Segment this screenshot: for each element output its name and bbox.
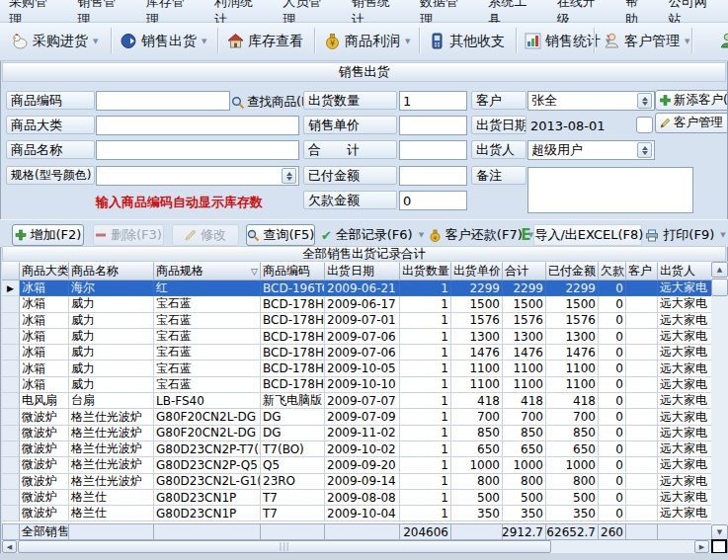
product-code-label: 商品编码: [6, 91, 95, 110]
print-button[interactable]: 打印(F9) ▼: [646, 224, 725, 246]
menu-item-online-upgrade[interactable]: 在线升级: [548, 0, 616, 22]
column-header[interactable]: 合计: [503, 262, 546, 280]
grid-cell: 海尔: [69, 280, 154, 296]
menu-item-help[interactable]: 帮助: [616, 0, 660, 22]
column-header[interactable]: 出货人: [658, 262, 712, 280]
category-label: 商品大类: [6, 116, 95, 134]
menu-item-sales-statistics[interactable]: 销售统计: [343, 0, 411, 22]
vertical-scrollbar[interactable]: ▲ ▼: [711, 262, 728, 540]
debt-input[interactable]: [399, 191, 467, 210]
paid-input[interactable]: [399, 166, 467, 186]
chevron-down-icon[interactable]: ▼: [405, 38, 410, 45]
table-row[interactable]: 微波炉格兰仕光波炉G80D23CN2L-G1(RO)23RO2009-09-14…: [2, 474, 712, 490]
category-input[interactable]: [96, 116, 299, 135]
horizontal-scrollbar[interactable]: ◀ ||| ▶: [2, 540, 710, 553]
table-row[interactable]: 冰箱威力宝石蓝BCD-178H*2009-07-0111576157615760…: [2, 313, 712, 329]
scroll-right-button[interactable]: ▶: [694, 540, 709, 553]
vertical-scroll-thumb[interactable]: [711, 279, 728, 296]
column-header[interactable]: 出货日期: [325, 262, 400, 280]
grid-cell: 冰箱: [20, 280, 69, 296]
grid-cell: 0: [599, 474, 626, 490]
delete-button[interactable]: 删除(F3): [93, 224, 164, 246]
table-row[interactable]: 电风扇台扇LB-FS40新飞电脑版2009-07-0714184184180远大…: [2, 393, 712, 409]
qty-input[interactable]: [399, 91, 467, 111]
shipper-combo-spinner[interactable]: [637, 142, 652, 158]
column-header[interactable]: 出货单价: [451, 262, 503, 280]
toolbar-button-sales-out[interactable]: 销售出货 ▼: [117, 26, 209, 56]
table-row[interactable]: 微波炉格兰仕光波炉G80D23CN2P-Q5Q52009-09-20110001…: [2, 457, 712, 473]
product-code-input[interactable]: [96, 91, 230, 111]
modify-button[interactable]: 修改: [172, 224, 239, 246]
column-header[interactable]: 商品规格▽: [154, 262, 261, 280]
column-header[interactable]: 商品编码: [261, 262, 325, 280]
chevron-down-icon[interactable]: ▼: [685, 38, 689, 45]
column-header[interactable]: 商品大类: [20, 262, 69, 280]
scroll-up-button[interactable]: ▲: [711, 262, 728, 278]
customer-repay-button[interactable]: ¥ 客户还款(F7) ▼: [431, 224, 531, 246]
table-row[interactable]: 冰箱威力宝石蓝BCD-178H*2009-06-1711500150015000…: [2, 296, 712, 312]
add-customer-button[interactable]: 新添客户(F: [655, 90, 728, 111]
remark-textarea[interactable]: [527, 167, 693, 213]
unit-price-input[interactable]: [399, 116, 467, 135]
spec-combo-spinner[interactable]: [282, 168, 296, 184]
grid-cell: G80D23CN1P: [154, 506, 261, 521]
menu-item-inventory-management[interactable]: 库存管理: [137, 0, 205, 22]
table-row[interactable]: 冰箱威力宝石蓝BCD-178H*2009-10-0511100110011000…: [2, 360, 712, 376]
column-header[interactable]: 客户: [626, 262, 658, 280]
date-picker-button[interactable]: [636, 117, 653, 133]
grid-cell: 800: [503, 474, 546, 490]
menu-item-system-tools[interactable]: 系统工具: [479, 0, 547, 22]
column-header[interactable]: 出货数量: [400, 262, 451, 280]
stock-hint-text: 输入商品编码自动显示库存数: [96, 194, 263, 211]
grid-cell: 650: [546, 441, 599, 457]
horizontal-scroll-thumb[interactable]: |||: [18, 540, 551, 553]
column-header[interactable]: 商品名称: [69, 262, 154, 280]
chevron-down-icon[interactable]: ▼: [93, 38, 98, 45]
table-row[interactable]: 冰箱威力宝石蓝BCD-178H*2009-07-0611476147614760…: [2, 345, 712, 360]
import-export-excel-button[interactable]: E 导入/出EXCEL(F8) ▼: [533, 224, 642, 246]
toolbar-button-product-profit[interactable]: ¥ 商品利润 ▼: [320, 26, 413, 56]
spec-combobox[interactable]: [96, 166, 299, 186]
partial-toolbar-icon[interactable]: [715, 26, 728, 56]
table-row[interactable]: 微波炉格兰仕G80D23CN1PT72009-08-0815005005000远…: [2, 490, 712, 506]
grid-cell: [626, 506, 658, 521]
customer-combobox[interactable]: 张全: [527, 91, 655, 111]
toolbar-button-other-income-expense[interactable]: 其他收支: [425, 26, 508, 56]
grid-cell: DG: [261, 409, 325, 425]
menu-item-company-website[interactable]: 公司网站: [660, 0, 728, 22]
add-button[interactable]: 增加(F2): [12, 224, 84, 246]
scroll-down-button[interactable]: ▼: [711, 524, 728, 540]
table-row[interactable]: 微波炉格兰仕G80D23CN1PT72009-10-0413503503500远…: [2, 506, 712, 521]
grid-cell: 0: [599, 490, 626, 506]
menu-item-sales-management[interactable]: 销售管理: [68, 0, 136, 22]
table-row[interactable]: 冰箱威力宝石蓝BCD-178H*2009-10-1011100110011000…: [2, 377, 712, 393]
menu-item-personnel-management[interactable]: 人员管理: [274, 0, 342, 22]
menu-item-data-management[interactable]: 数据管理: [411, 0, 479, 22]
menu-item-purchase-management[interactable]: 采购管理: [0, 0, 68, 22]
toolbar-button-purchase-in[interactable]: 采购进货 ▼: [8, 26, 101, 56]
grid-cell: 远大家电: [658, 474, 712, 490]
query-button[interactable]: 查询(F5): [246, 224, 315, 246]
total-input[interactable]: [399, 140, 467, 160]
all-records-button[interactable]: ✔ 全部记录(F6) ▼: [320, 224, 425, 246]
customer-combo-spinner[interactable]: [637, 93, 652, 109]
grid-cell: 1: [400, 296, 451, 312]
column-header[interactable]: 已付金额: [546, 262, 599, 280]
table-row[interactable]: 冰箱威力宝石蓝BCD-178H*2009-07-0611300130013000…: [2, 329, 712, 345]
product-name-input[interactable]: [96, 140, 299, 160]
shipper-combobox[interactable]: 超级用户: [527, 140, 655, 160]
column-header[interactable]: 欠款: [599, 262, 626, 280]
menu-item-profit-statistics[interactable]: 利润统计: [205, 0, 274, 22]
table-row[interactable]: 微波炉格兰仕光波炉G80F20CN2L-DGDG2009-07-09170070…: [2, 409, 712, 425]
chevron-down-icon[interactable]: ▼: [202, 38, 206, 45]
toolbar-button-inventory-view[interactable]: 库存查看: [223, 26, 306, 56]
grid-cell: 冰箱: [20, 296, 69, 312]
toolbar-button-customer-management[interactable]: 客户管理 ▼: [600, 26, 692, 56]
grid-cell: 1500: [503, 296, 546, 312]
table-row[interactable]: ▶冰箱海尔红BCD-196TC2009-06-2112299229922990远…: [2, 280, 712, 296]
table-row[interactable]: 微波炉格兰仕光波炉G80D23CN2P-T7(BO)T7(BO)2009-10-…: [2, 441, 712, 457]
manage-customer-button[interactable]: 客户管理: [655, 113, 728, 133]
table-row[interactable]: 微波炉格兰仕光波炉G80F20CN2L-DGDG2009-11-02185085…: [2, 426, 712, 441]
toolbar-separator: [594, 28, 596, 53]
scroll-left-button[interactable]: ◀: [2, 540, 17, 553]
